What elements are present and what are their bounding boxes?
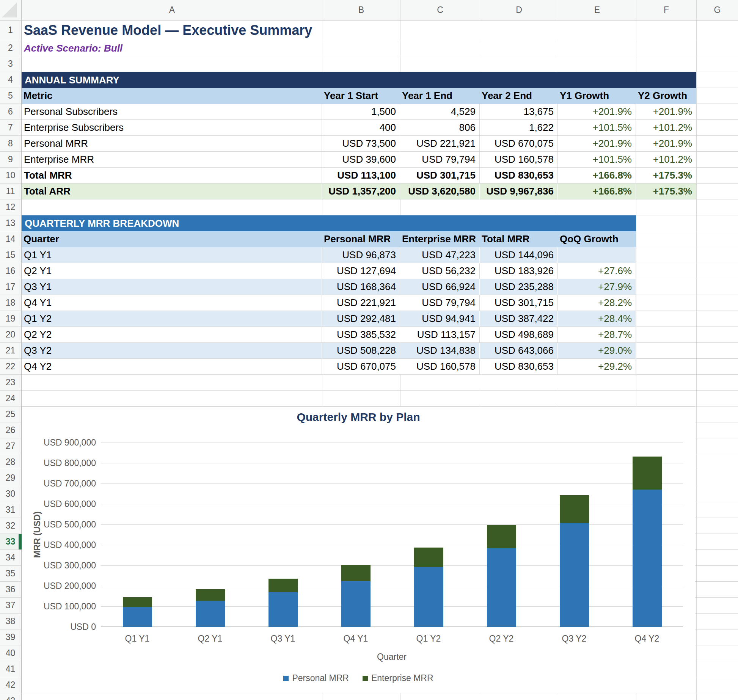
cell[interactable]: 13,675 [480,104,558,120]
select-all-corner[interactable] [0,0,22,20]
legend-item-personal-mrr[interactable]: Personal MRR [283,673,349,683]
header-cell[interactable]: Y2 Growth [636,88,696,104]
row-header-10[interactable]: 10 [0,168,21,184]
cell[interactable]: USD 183,926 [480,263,558,279]
row-header-5[interactable]: 5 [0,88,21,104]
header-cell[interactable]: Quarter [22,231,322,247]
legend-item-enterprise-mrr[interactable]: Enterprise MRR [363,673,433,683]
row-header-41[interactable]: 41 [0,661,21,677]
cell[interactable]: Enterprise MRR [22,152,322,168]
row-header-4[interactable]: 4 [0,72,21,88]
row-header-9[interactable]: 9 [0,152,21,168]
row-header-30[interactable]: 30 [0,486,21,502]
cell[interactable]: USD 508,228 [322,343,400,359]
row-header-36[interactable]: 36 [0,582,21,598]
cell[interactable]: USD 79,794 [400,152,480,168]
cell[interactable]: +175.3% [636,168,696,184]
cell[interactable]: Q4 Y2 [22,359,322,375]
active-scenario-cell[interactable]: Active Scenario: Bull [24,40,122,56]
row-header-2[interactable]: 2 [0,40,21,56]
cell[interactable]: +101.2% [636,120,696,136]
header-cell[interactable]: Enterprise MRR [400,231,480,247]
column-header-b[interactable]: B [322,0,400,20]
cell[interactable]: USD 56,232 [400,263,480,279]
cell[interactable]: +175.3% [636,184,696,199]
row-header-23[interactable]: 23 [0,375,21,391]
row-header-1[interactable]: 1 [0,20,21,40]
cell[interactable]: Q1 Y2 [22,311,322,327]
row-header-8[interactable]: 8 [0,136,21,152]
cell[interactable]: USD 168,364 [322,279,400,295]
row-header-25[interactable]: 25 [0,407,21,422]
row-header-24[interactable]: 24 [0,391,21,407]
cell[interactable]: USD 9,967,836 [480,184,558,199]
column-header-c[interactable]: C [400,0,480,20]
cell[interactable]: +27.9% [558,279,636,295]
annual-summary-section-header[interactable]: ANNUAL SUMMARY [22,72,696,88]
row-header-39[interactable]: 39 [0,629,21,645]
cell[interactable]: USD 292,481 [322,311,400,327]
cell[interactable] [558,247,636,263]
header-cell[interactable]: Metric [22,88,322,104]
row-header-22[interactable]: 22 [0,359,21,375]
cell[interactable]: Personal MRR [22,136,322,152]
cell[interactable]: USD 830,653 [480,168,558,184]
row-header-7[interactable]: 7 [0,120,21,136]
cell[interactable]: Q1 Y1 [22,247,322,263]
row-header-32[interactable]: 32 [0,518,21,534]
cell[interactable]: USD 498,689 [480,327,558,343]
page-title-cell[interactable]: SaaS Revenue Model — Executive Summary [24,20,312,40]
cell[interactable]: +201.9% [636,136,696,152]
row-header-38[interactable]: 38 [0,614,21,629]
row-header-14[interactable]: 14 [0,231,21,247]
cell[interactable]: USD 301,715 [480,295,558,311]
row-header-35[interactable]: 35 [0,566,21,582]
cell[interactable]: 400 [322,120,400,136]
cell[interactable]: USD 127,694 [322,263,400,279]
header-cell[interactable]: Year 1 Start [322,88,400,104]
header-cell[interactable]: Year 2 End [480,88,558,104]
cell[interactable]: USD 39,600 [322,152,400,168]
cell[interactable]: Enterprise Subscribers [22,120,322,136]
cell[interactable]: Q4 Y1 [22,295,322,311]
cell[interactable]: USD 96,873 [322,247,400,263]
cell[interactable]: +101.5% [558,152,636,168]
column-header-g[interactable]: G [696,0,738,20]
cell[interactable]: +166.8% [558,184,636,199]
row-header-13[interactable]: 13 [0,215,21,231]
row-header-6[interactable]: 6 [0,104,21,120]
cell[interactable]: Q2 Y2 [22,327,322,343]
cell[interactable]: 1,622 [480,120,558,136]
cell[interactable]: USD 3,620,580 [400,184,480,199]
cell[interactable]: USD 73,500 [322,136,400,152]
cell[interactable]: +29.0% [558,343,636,359]
cell[interactable]: USD 94,941 [400,311,480,327]
cell[interactable]: USD 160,578 [480,152,558,168]
cell[interactable]: USD 79,794 [400,295,480,311]
cell[interactable]: +28.7% [558,327,636,343]
cell[interactable]: USD 643,066 [480,343,558,359]
column-header-e[interactable]: E [558,0,636,20]
cell[interactable]: +201.9% [558,136,636,152]
cell[interactable]: USD 301,715 [400,168,480,184]
cell[interactable]: USD 113,100 [322,168,400,184]
cell[interactable]: USD 221,921 [322,295,400,311]
row-header-20[interactable]: 20 [0,327,21,343]
cell[interactable]: USD 385,532 [322,327,400,343]
cell[interactable]: USD 47,223 [400,247,480,263]
cell[interactable]: Q3 Y1 [22,279,322,295]
row-header-28[interactable]: 28 [0,454,21,470]
row-header-3[interactable]: 3 [0,56,21,72]
cell[interactable]: USD 66,924 [400,279,480,295]
cell[interactable]: Q2 Y1 [22,263,322,279]
row-header-16[interactable]: 16 [0,263,21,279]
row-header-42[interactable]: 42 [0,677,21,693]
cell[interactable]: USD 221,921 [400,136,480,152]
cell[interactable]: USD 235,288 [480,279,558,295]
row-header-31[interactable]: 31 [0,502,21,518]
row-header-43[interactable]: 43 [0,693,21,700]
cell[interactable]: USD 670,075 [322,359,400,375]
cell[interactable]: Total ARR [22,184,322,199]
cell[interactable]: +101.2% [636,152,696,168]
cell[interactable]: USD 387,422 [480,311,558,327]
